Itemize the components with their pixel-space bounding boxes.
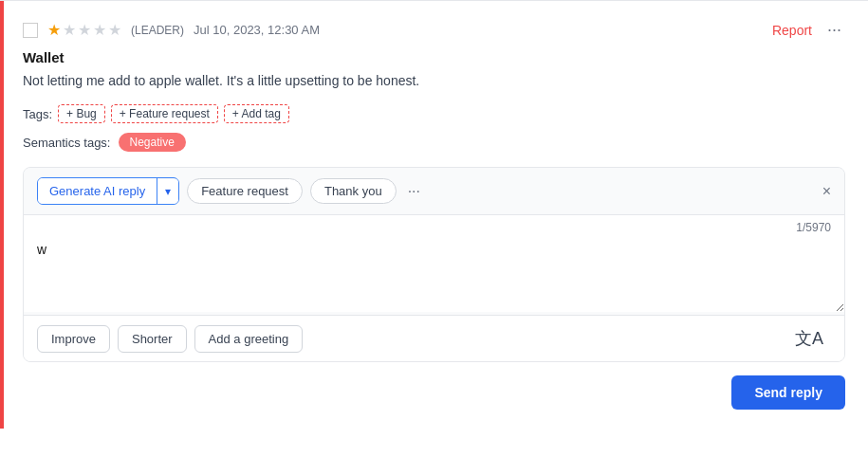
- tag-feature-request[interactable]: + Feature request: [111, 104, 218, 123]
- star-5: ★: [108, 21, 121, 39]
- header-left: ★ ★ ★ ★ ★ (LEADER) Jul 10, 2023, 12:30 A…: [23, 21, 320, 39]
- char-count: 1/5970: [796, 221, 831, 234]
- star-4: ★: [93, 21, 106, 39]
- semantics-row: Semantics tags: Negative: [23, 133, 845, 152]
- more-options-button[interactable]: ···: [823, 20, 845, 40]
- send-row: Send reply: [23, 362, 845, 410]
- review-date: Jul 10, 2023, 12:30 AM: [194, 23, 320, 37]
- reply-toolbar: Generate AI reply ▾ Feature request Than…: [24, 168, 844, 215]
- star-2: ★: [63, 21, 76, 39]
- semantics-label: Semantics tags:: [23, 136, 111, 150]
- translate-button[interactable]: 文A: [787, 323, 831, 354]
- tags-row: Tags: + Bug + Feature request + Add tag: [23, 104, 845, 123]
- star-1: ★: [47, 21, 61, 39]
- reply-textarea[interactable]: w: [24, 236, 844, 312]
- send-reply-button[interactable]: Send reply: [731, 375, 845, 410]
- report-button[interactable]: Report: [772, 23, 812, 38]
- review-title: Wallet: [23, 49, 845, 65]
- more-chips-button[interactable]: ···: [404, 183, 424, 200]
- header-row: ★ ★ ★ ★ ★ (LEADER) Jul 10, 2023, 12:30 A…: [23, 20, 845, 40]
- tag-bug[interactable]: + Bug: [58, 104, 105, 123]
- shorter-button[interactable]: Shorter: [118, 325, 187, 353]
- review-card: ★ ★ ★ ★ ★ (LEADER) Jul 10, 2023, 12:30 A…: [0, 0, 868, 429]
- add-tag-button[interactable]: + Add tag: [224, 104, 289, 123]
- card-accent-border: [0, 1, 4, 429]
- generate-ai-reply-dropdown[interactable]: ▾: [157, 179, 178, 204]
- tags-label: Tags:: [23, 107, 52, 121]
- generate-ai-reply-main[interactable]: Generate AI reply: [38, 178, 157, 204]
- header-right: Report ···: [772, 20, 845, 40]
- leader-badge: (LEADER): [131, 24, 184, 37]
- chip-thank-you[interactable]: Thank you: [310, 178, 397, 204]
- reply-section: Generate AI reply ▾ Feature request Than…: [23, 167, 845, 362]
- select-checkbox[interactable]: [23, 23, 38, 38]
- star-3: ★: [78, 21, 91, 39]
- add-greeting-button[interactable]: Add a greeting: [194, 325, 304, 353]
- improve-button[interactable]: Improve: [37, 325, 110, 353]
- negative-badge: Negative: [119, 133, 186, 152]
- char-count-row: 1/5970: [24, 215, 844, 236]
- generate-ai-reply-button[interactable]: Generate AI reply ▾: [37, 177, 179, 205]
- star-rating: ★ ★ ★ ★ ★: [47, 21, 121, 39]
- action-row: Improve Shorter Add a greeting 文A: [24, 315, 844, 361]
- chip-feature-request[interactable]: Feature request: [187, 178, 303, 204]
- review-body: Not letting me add to apple wallet. It's…: [23, 71, 845, 91]
- close-reply-button[interactable]: ×: [822, 183, 831, 200]
